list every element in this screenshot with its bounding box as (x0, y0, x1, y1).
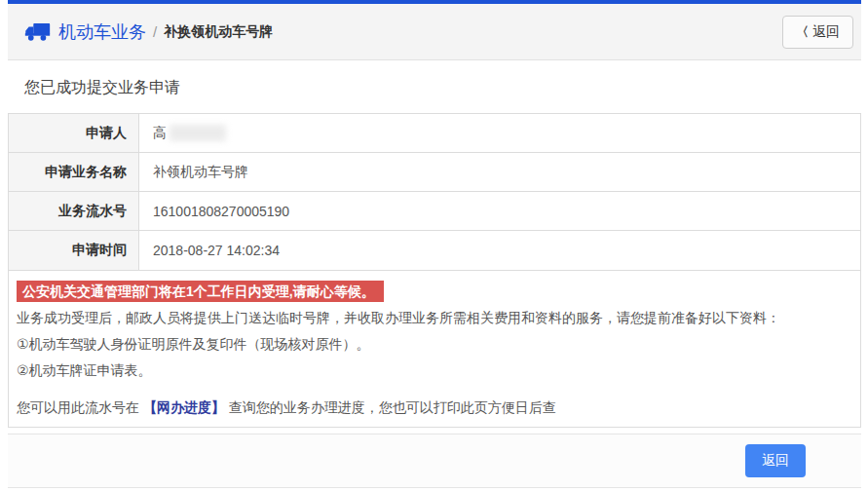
table-row: 申请业务名称 补领机动车号牌 (9, 153, 860, 192)
applicant-name: 高 (153, 125, 167, 142)
note-paragraph: ②机动车牌证申请表。 (17, 360, 852, 380)
details-table: 申请人 高 申请业务名称 补领机动车号牌 业务流水号 1610018082700… (8, 113, 861, 271)
header: 机动车业务 / 补换领机动车号牌 〈 返回 (8, 4, 861, 60)
detail-label: 申请业务名称 (9, 153, 139, 191)
detail-value: 高 (139, 114, 860, 152)
note-paragraph: 业务成功受理后，邮政人员将提供上门送达临时号牌，并收取办理业务所需相关费用和资料… (17, 308, 852, 327)
footer-bar: 返回 (8, 434, 861, 488)
progress-link[interactable]: 【网办进度】 (143, 399, 225, 415)
detail-value: 2018-08-27 14:02:34 (139, 231, 860, 270)
progress-note-prefix: 您可以用此流水号在 (17, 399, 139, 415)
notes-panel: 公安机关交通管理部门将在1个工作日内受理,请耐心等候。 业务成功受理后，邮政人员… (8, 270, 861, 428)
back-button-bottom[interactable]: 返回 (745, 444, 806, 477)
detail-label: 业务流水号 (9, 192, 139, 230)
detail-value: 补领机动车号牌 (139, 153, 860, 191)
truck-icon (24, 21, 51, 42)
breadcrumb-section[interactable]: 机动车业务 (58, 20, 146, 44)
table-row: 申请时间 2018-08-27 14:02:34 (9, 231, 860, 270)
page: 机动车业务 / 补换领机动车号牌 〈 返回 您已成功提交业务申请 申请人 高 申… (0, 0, 868, 491)
detail-label: 申请时间 (9, 231, 139, 270)
table-row: 业务流水号 161001808270005190 (9, 192, 860, 231)
breadcrumb-separator: / (153, 23, 157, 40)
notice-banner: 公安机关交通管理部门将在1个工作日内受理,请耐心等候。 (17, 281, 384, 302)
page-title: 您已成功提交业务申请 (24, 78, 861, 98)
note-paragraph: ①机动车驾驶人身份证明原件及复印件（现场核对原件）。 (17, 334, 852, 354)
progress-note: 您可以用此流水号在 【网办进度】 查询您的业务办理进度，您也可以打印此页方便日后… (17, 397, 852, 417)
breadcrumb-current: 补换领机动车号牌 (164, 23, 273, 41)
back-button-top[interactable]: 〈 返回 (782, 16, 853, 49)
detail-label: 申请人 (9, 114, 139, 152)
progress-note-suffix: 查询您的业务办理进度，您也可以打印此页方便日后查 (229, 399, 556, 415)
detail-value: 161001808270005190 (139, 192, 860, 230)
back-button-top-label: 返回 (812, 23, 840, 41)
table-row: 申请人 高 (9, 114, 860, 153)
redacted-name-blur (170, 125, 226, 141)
chevron-left-icon: 〈 (796, 25, 809, 38)
